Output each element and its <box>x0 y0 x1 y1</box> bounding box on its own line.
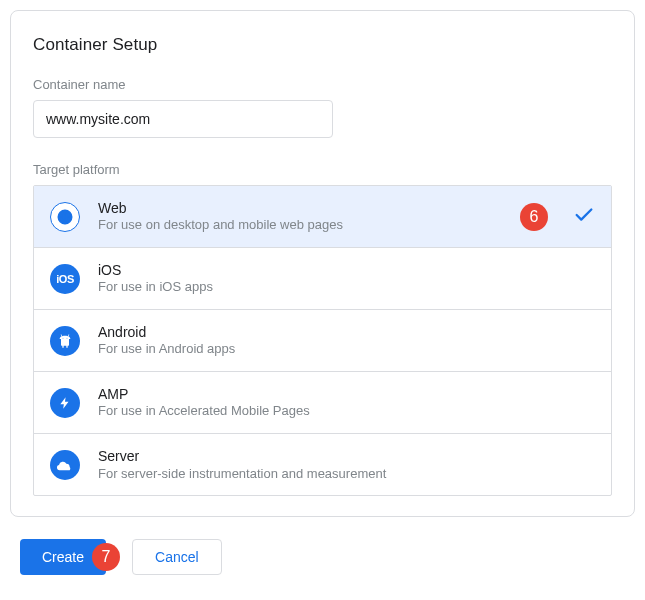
ios-icon: iOS <box>50 264 80 294</box>
target-platform-label: Target platform <box>33 162 612 177</box>
platform-option-ios[interactable]: iOS iOS For use in iOS apps <box>34 248 611 310</box>
platform-title: Web <box>98 199 520 217</box>
platform-text: Web For use on desktop and mobile web pa… <box>98 199 520 234</box>
platform-title: Server <box>98 447 595 465</box>
platform-text: Server For server-side instrumentation a… <box>98 447 595 482</box>
footer-actions: Create 7 Cancel <box>10 539 635 575</box>
android-icon <box>50 326 80 356</box>
platform-option-server[interactable]: Server For server-side instrumentation a… <box>34 434 611 495</box>
create-button-label: Create <box>42 549 84 565</box>
annotation-badge-6: 6 <box>520 203 548 231</box>
cancel-button[interactable]: Cancel <box>132 539 222 575</box>
card-title: Container Setup <box>33 35 612 55</box>
platform-title: Android <box>98 323 595 341</box>
check-icon <box>573 204 595 230</box>
web-icon <box>50 202 80 232</box>
amp-icon <box>50 388 80 418</box>
platform-list: Web For use on desktop and mobile web pa… <box>33 185 612 496</box>
container-name-label: Container name <box>33 77 612 92</box>
platform-desc: For use in iOS apps <box>98 279 595 296</box>
server-icon <box>50 450 80 480</box>
create-button[interactable]: Create 7 <box>20 539 106 575</box>
platform-option-amp[interactable]: AMP For use in Accelerated Mobile Pages <box>34 372 611 434</box>
platform-text: iOS For use in iOS apps <box>98 261 595 296</box>
container-setup-card: Container Setup Container name Target pl… <box>10 10 635 517</box>
platform-text: Android For use in Android apps <box>98 323 595 358</box>
platform-desc: For server-side instrumentation and meas… <box>98 466 595 483</box>
platform-text: AMP For use in Accelerated Mobile Pages <box>98 385 595 420</box>
platform-desc: For use in Android apps <box>98 341 595 358</box>
platform-desc: For use in Accelerated Mobile Pages <box>98 403 595 420</box>
platform-title: iOS <box>98 261 595 279</box>
container-name-input[interactable] <box>33 100 333 138</box>
annotation-badge-7: 7 <box>92 543 120 571</box>
platform-option-web[interactable]: Web For use on desktop and mobile web pa… <box>34 186 611 248</box>
platform-title: AMP <box>98 385 595 403</box>
platform-option-android[interactable]: Android For use in Android apps <box>34 310 611 372</box>
platform-desc: For use on desktop and mobile web pages <box>98 217 520 234</box>
